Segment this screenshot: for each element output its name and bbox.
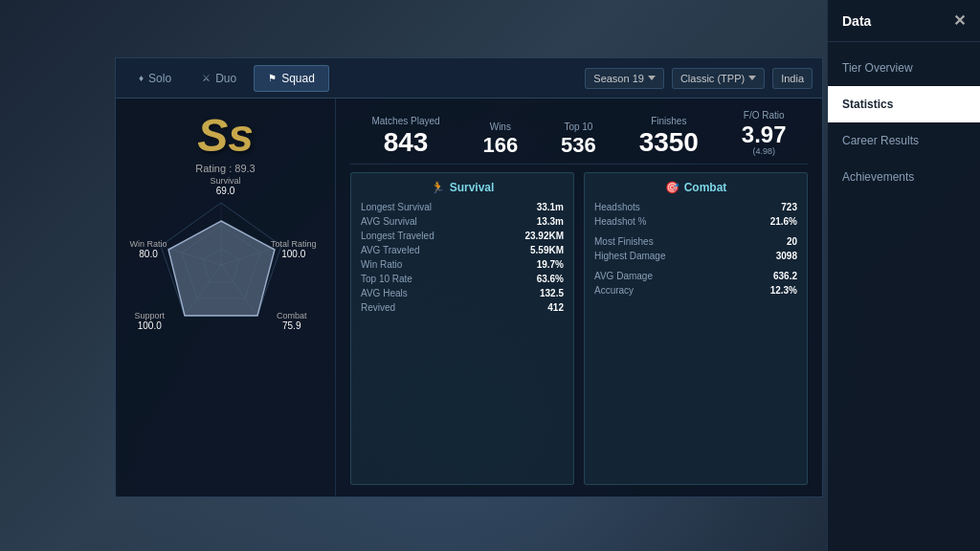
combat-row-7: Accuracy 12.3% <box>594 285 797 296</box>
rank-badge: Ss <box>197 113 254 159</box>
region-filter[interactable]: India <box>772 68 813 89</box>
stat-matches: Matches Played 843 <box>371 116 439 156</box>
sidebar-title: Data <box>842 13 871 29</box>
survival-title-icon: 🏃 <box>431 181 445 194</box>
svg-marker-8 <box>168 221 275 316</box>
tab-bar: ♦ Solo ⚔ Duo ⚑ Squad Season 19 Classic (… <box>116 58 822 99</box>
stat-wins: Wins 166 <box>482 121 518 156</box>
combat-label: Combat 75.9 <box>277 311 307 331</box>
total-rating-label: Total Rating 100.0 <box>271 239 317 259</box>
survival-row-7: Revived 412 <box>361 302 564 313</box>
survival-panel: 🏃 Survival Longest Survival 33.1m AVG Su… <box>350 172 574 485</box>
tab-squad[interactable]: ⚑ Squad <box>254 65 329 92</box>
detail-panels: 🏃 Survival Longest Survival 33.1m AVG Su… <box>350 172 808 485</box>
combat-panel-title: 🎯 Combat <box>594 181 797 194</box>
survival-panel-title: 🏃 Survival <box>361 181 564 194</box>
pentagon-svg <box>149 193 293 337</box>
sidebar-header: Data ✕ <box>828 0 980 42</box>
body-area: Ss Rating : 89.3 Survival 69.0 Total Rat… <box>116 99 822 496</box>
combat-title-icon: 🎯 <box>665 181 679 194</box>
combat-row-1: Headshot % 21.6% <box>594 216 797 227</box>
combat-row-3: Most Finishes 20 <box>594 236 797 247</box>
filter-bar: Season 19 Classic (TPP) India <box>585 68 813 89</box>
duo-icon: ⚔ <box>202 73 211 83</box>
rating-text: Rating : 89.3 <box>195 163 255 174</box>
stat-finishes: Finishes 3350 <box>639 116 699 156</box>
nav-statistics[interactable]: Statistics <box>828 86 980 122</box>
solo-icon: ♦ <box>139 73 144 83</box>
squad-icon: ⚑ <box>268 73 277 83</box>
survival-row-2: Longest Traveled 23.92KM <box>361 231 564 241</box>
combat-row-0: Headshots 723 <box>594 202 797 212</box>
support-label: Support 100.0 <box>135 311 166 331</box>
main-panel: ♦ Solo ⚔ Duo ⚑ Squad Season 19 Classic (… <box>115 57 823 497</box>
sidebar: Data ✕ Tier Overview Statistics Career R… <box>827 0 980 551</box>
top-stats-row: Matches Played 843 Wins 166 Top 10 536 F… <box>350 110 808 165</box>
survival-label: Survival 69.0 <box>210 176 240 196</box>
survival-row-5: Top 10 Rate 63.6% <box>361 274 564 284</box>
close-button[interactable]: ✕ <box>953 11 966 30</box>
winratio-label: Win Ratio 80.0 <box>130 239 167 259</box>
tab-solo[interactable]: ♦ Solo <box>125 66 185 91</box>
combat-row-4: Highest Damage 3098 <box>594 251 797 261</box>
season-dropdown-icon <box>648 76 656 80</box>
nav-tier-overview[interactable]: Tier Overview <box>828 50 980 86</box>
survival-row-1: AVG Survival 13.3m <box>361 216 564 227</box>
survival-row-3: AVG Traveled 5.59KM <box>361 245 564 255</box>
stat-fo-ratio: F/O Ratio 3.97 (4.98) <box>742 110 787 156</box>
survival-row-6: AVG Heals 132.5 <box>361 288 564 298</box>
season-filter[interactable]: Season 19 <box>585 68 664 89</box>
mode-dropdown-icon <box>748 76 756 80</box>
right-stats: Matches Played 843 Wins 166 Top 10 536 F… <box>336 99 822 496</box>
nav-achievements[interactable]: Achievements <box>828 159 980 195</box>
combat-panel: 🎯 Combat Headshots 723 Headshot % 21.6% … <box>584 172 808 485</box>
mode-filter[interactable]: Classic (TPP) <box>672 68 765 89</box>
stat-top10: Top 10 536 <box>561 121 596 156</box>
pentagon-chart: Survival 69.0 Total Rating 100.0 Combat … <box>149 193 302 346</box>
nav-career-results[interactable]: Career Results <box>828 122 980 159</box>
survival-row-4: Win Ratio 19.7% <box>361 259 564 270</box>
tab-duo[interactable]: ⚔ Duo <box>189 66 250 91</box>
survival-row-0: Longest Survival 33.1m <box>361 202 564 212</box>
left-panel: Ss Rating : 89.3 Survival 69.0 Total Rat… <box>116 99 336 496</box>
sidebar-nav: Tier Overview Statistics Career Results … <box>828 42 980 203</box>
combat-row-6: AVG Damage 636.2 <box>594 271 797 281</box>
